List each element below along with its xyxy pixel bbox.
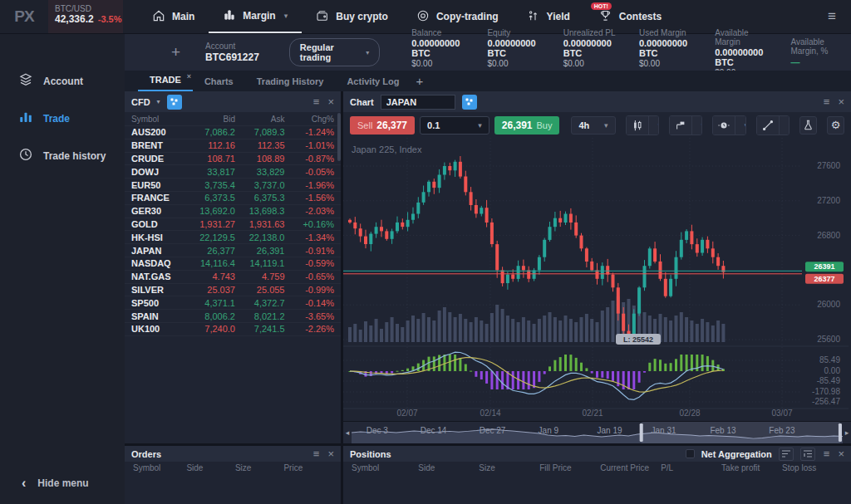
net-aggregation-label: Net Aggregation [701,449,772,459]
change-cell: -1.01% [285,140,335,150]
tab-trading-history[interactable]: Trading History [245,73,336,91]
tab-activity-log[interactable]: Activity Log [335,73,411,91]
panel-menu-icon[interactable]: ≡ [313,448,320,460]
watchlist-row-ger30[interactable]: GER3013,692.013,698.3-2.03% [125,205,341,218]
watchlist-row-hk-hsi[interactable]: HK-HSI22,129.522,138.0-1.34% [125,231,341,244]
account-id: BTC691227 [205,51,259,63]
add-tab-button[interactable]: + [411,74,433,91]
buy-button[interactable]: 26,391 Buy [494,116,560,135]
close-icon[interactable]: × [838,95,844,108]
watchlist-col-bid[interactable]: Bid [185,115,235,124]
watchlist-col-symbol[interactable]: Symbol [131,115,185,124]
clock-dashes-icon[interactable] [713,116,735,135]
btc-ticker[interactable]: BTC/USD 42,336.2 -3.5% [48,0,123,33]
sidebar-item-account[interactable]: Account [0,62,125,100]
chevron-down-icon[interactable]: ▾ [779,116,790,135]
nav-margin[interactable]: Margin ▾ [209,0,302,33]
watchlist-row-spain[interactable]: SPAIN8,006.28,021.2-3.65% [125,310,341,323]
watchlist-row-dowj[interactable]: DOWJ33,81733,829-0.05% [125,165,341,179]
chevron-down-icon[interactable]: ▾ [691,116,702,135]
nav-buy-crypto[interactable]: Buy crypto [302,0,402,33]
watchlist-row-france[interactable]: FRANCE6,373.56,375.3-1.56% [125,192,341,205]
brand-logo[interactable]: PX [0,0,48,33]
stat-equity: Equity0.00000000 BTC$0.00 [487,28,541,77]
watchlist-row-nat.gas[interactable]: NAT.GAS4.7434.759-0.65% [125,271,341,284]
chevron-down-icon[interactable]: ▾ [648,116,659,135]
column-symbol[interactable]: Symbol [352,463,418,472]
watchlist-row-brent[interactable]: BRENT112.16112.35-1.01% [125,139,341,153]
main-nav: Main Margin ▾ Buy crypto Copy-trading Yi… [138,0,676,33]
menu-icon[interactable]: ≡ [813,0,851,33]
ask-cell: 7,089.3 [235,127,285,137]
net-aggregation-checkbox[interactable] [686,449,695,458]
panel-menu-icon[interactable]: ≡ [824,95,830,108]
tab-activity-log-label: Activity Log [347,76,399,86]
watchlist-col-ask[interactable]: Ask [235,115,285,124]
watchlist-row-eur50[interactable]: EUR503,735.43,737.0-1.96% [125,179,341,192]
panel-menu-icon[interactable]: ≡ [313,95,320,108]
sidebar-item-trade-history[interactable]: Trade history [0,137,125,174]
filter-list-icon[interactable] [779,448,794,461]
watchlist-row-aus200[interactable]: AUS2007,086.27,089.3-1.24% [125,126,341,139]
collapse-rows-icon[interactable] [800,448,815,461]
sidebar-item-account-label: Account [43,76,83,87]
tab-charts[interactable]: Charts [193,73,245,91]
column-price[interactable]: Price [283,463,332,472]
watchlist-row-silver[interactable]: SILVER25.03725.055-0.99% [125,284,341,297]
trading-mode-dropdown[interactable]: Regular trading ▾ [289,38,380,66]
panel-menu-icon[interactable]: ≡ [824,448,830,460]
account-selector[interactable]: Account BTC691227 [205,42,259,63]
navigator-area[interactable]: Dec 3Dec 14Dec 27Jan 9Jan 19Jan 31Feb 13… [352,422,843,443]
navigator-right-arrow[interactable]: ▸ [843,422,851,443]
chevron-down-icon[interactable]: ▾ [157,98,160,105]
indicator-icon[interactable] [670,116,691,135]
watchlist-row-nasdaq[interactable]: NASDAQ14,116.414,119.1-0.59% [125,257,341,271]
chart-title: Chart [350,97,374,107]
chart-symbol-input[interactable] [381,95,455,110]
chart-canvas[interactable]: 276002720026800260002560002/0702/1402/21… [343,138,851,421]
column-size[interactable]: Size [235,463,284,472]
candlestick-type-icon[interactable] [627,116,648,135]
column-symbol[interactable]: Symbol [133,463,186,472]
close-icon[interactable]: × [327,448,334,460]
link-group-button[interactable] [462,95,477,110]
flask-icon[interactable] [799,116,817,135]
hide-menu-button[interactable]: ‹ Hide menu [0,464,125,504]
change-cell: -1.24% [285,127,335,137]
close-icon[interactable]: × [327,95,334,108]
nav-yield[interactable]: Yield [513,0,584,33]
column-size[interactable]: Size [479,463,539,472]
column-p-l[interactable]: P/L [661,463,721,472]
nav-contests[interactable]: HOT! Contests [584,0,676,33]
link-group-button[interactable] [167,95,182,110]
timeframe-dropdown[interactable]: 4h ▾ [571,116,615,135]
watchlist-row-japan[interactable]: JAPAN26,37726,391-0.91% [125,244,341,257]
tab-trade[interactable]: TRADE × [138,71,193,91]
column-fill-price[interactable]: Fill Price [539,463,600,472]
column-side[interactable]: Side [418,463,479,472]
nav-copy-trading[interactable]: Copy-trading [402,0,513,33]
column-current-price[interactable]: Current Price [600,463,661,472]
sell-button[interactable]: Sell 26,377 [350,116,415,135]
watchlist-row-crude[interactable]: CRUDE108.71108.89-0.87% [125,153,341,166]
watchlist-scrollbar[interactable] [337,113,341,161]
column-take-profit[interactable]: Take profit [721,463,782,472]
add-account-button[interactable]: + [171,43,180,61]
close-icon[interactable]: × [838,448,844,460]
watchlist-row-uk100[interactable]: UK1007,240.07,241.5-2.26% [125,323,341,336]
sell-price: 26,377 [376,120,407,131]
watchlist-row-gold[interactable]: GOLD1,931.271,931.63+0.16% [125,218,341,232]
column-side[interactable]: Side [186,463,235,472]
watchlist-row-sp500[interactable]: SP5004,371.14,372.7-0.14% [125,296,341,310]
trend-line-icon[interactable] [757,116,779,135]
sidebar-item-trade[interactable]: Trade [0,100,125,137]
navigator-left-arrow[interactable]: ◂ [343,422,352,443]
watchlist-col-chg[interactable]: Chg% [285,115,335,124]
close-icon[interactable]: × [187,72,191,81]
gear-icon[interactable]: ⚙ [827,116,844,135]
nav-main[interactable]: Main [138,0,209,33]
column-stop-loss[interactable]: Stop loss [782,463,843,472]
order-size-dropdown[interactable]: 0.1 ▾ [420,116,489,135]
watchlist-title[interactable]: CFD [131,97,150,107]
chevron-down-icon[interactable]: ▾ [735,116,746,135]
